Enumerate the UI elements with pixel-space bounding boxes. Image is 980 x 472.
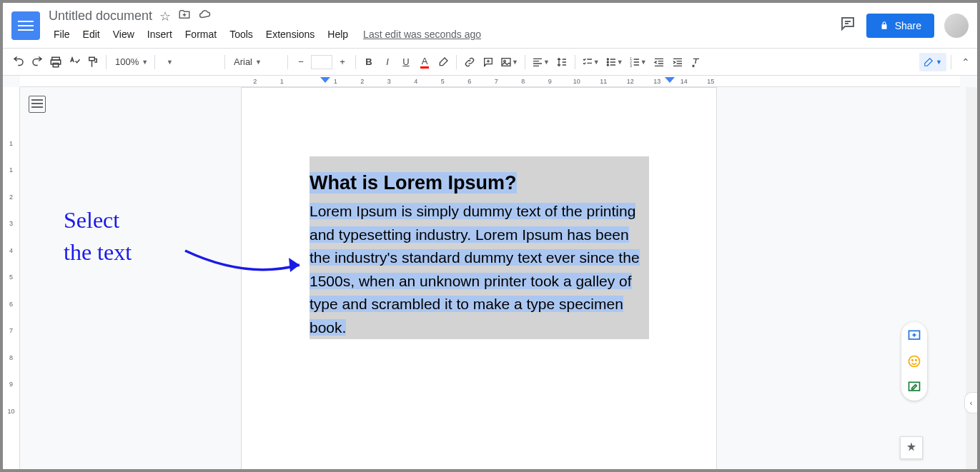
bold-button[interactable]: B	[360, 53, 377, 71]
user-avatar[interactable]	[944, 14, 969, 38]
zoom-select[interactable]: 100%▼	[111, 53, 150, 71]
style-select[interactable]: ▼	[159, 53, 220, 71]
menu-extensions[interactable]: Extensions	[261, 26, 320, 43]
menu-tools[interactable]: Tools	[224, 26, 258, 43]
increase-indent-button[interactable]	[669, 53, 686, 71]
menu-view[interactable]: View	[108, 26, 139, 43]
text-color-button[interactable]: A	[416, 53, 433, 71]
add-comment-float-icon[interactable]	[906, 328, 922, 343]
svg-point-6	[607, 61, 608, 63]
insert-image-button[interactable]: ▼	[498, 53, 520, 71]
highlight-button[interactable]	[435, 53, 452, 71]
annotation-arrow-icon	[182, 243, 310, 286]
font-size-decrease[interactable]: −	[292, 53, 310, 71]
share-label: Share	[895, 20, 921, 31]
svg-marker-11	[320, 77, 330, 83]
side-panel-toggle[interactable]: ‹	[964, 392, 977, 413]
star-icon[interactable]: ☆	[159, 9, 171, 24]
vertical-ruler[interactable]: 1 1 2 3 4 5 6 7 8 9 10	[3, 87, 20, 471]
comment-history-icon[interactable]	[839, 15, 856, 36]
line-spacing-button[interactable]	[553, 53, 570, 71]
workspace: 2 1 1 2 3 4 5 6 7 8 9 10 11 12 13 14 15 …	[3, 76, 977, 471]
svg-rect-3	[502, 58, 510, 66]
suggest-edits-icon[interactable]	[906, 379, 922, 395]
add-comment-button[interactable]	[480, 53, 497, 71]
annotation-text: Select the text	[64, 204, 132, 268]
svg-point-15	[909, 356, 920, 367]
last-edit-link[interactable]: Last edit was seconds ago	[363, 29, 481, 40]
paint-format-button[interactable]	[84, 53, 102, 71]
font-size-input[interactable]	[311, 55, 332, 69]
floating-tools	[901, 322, 927, 401]
align-button[interactable]: ▼	[530, 53, 552, 71]
document-heading[interactable]: What is Lorem Ipsum?	[310, 172, 517, 194]
svg-point-16	[912, 360, 914, 361]
menu-insert[interactable]: Insert	[142, 26, 177, 43]
menu-edit[interactable]: Edit	[78, 26, 105, 43]
move-icon[interactable]	[178, 8, 191, 24]
bullet-list-button[interactable]: ▼	[603, 53, 625, 71]
docs-logo[interactable]	[11, 11, 40, 40]
document-title[interactable]: Untitled document	[49, 9, 152, 24]
header-bar: Untitled document ☆ File Edit View Inser…	[3, 3, 977, 49]
decrease-indent-button[interactable]	[650, 53, 668, 71]
cloud-icon[interactable]	[198, 8, 211, 24]
hide-menus-button[interactable]: ⌃	[961, 56, 970, 68]
font-select[interactable]: Arial▼	[229, 53, 283, 71]
clear-formatting-button[interactable]	[688, 53, 705, 71]
svg-point-5	[607, 59, 608, 60]
undo-button[interactable]	[10, 53, 27, 71]
print-button[interactable]	[47, 53, 64, 71]
svg-point-4	[504, 60, 506, 62]
svg-point-17	[916, 360, 917, 361]
redo-button[interactable]	[29, 53, 46, 71]
outline-toggle-icon[interactable]	[29, 96, 46, 113]
editing-mode-button[interactable]: ▼	[919, 53, 946, 71]
svg-marker-13	[289, 258, 300, 272]
share-button[interactable]: Share	[866, 14, 934, 38]
font-size-increase[interactable]: +	[334, 53, 351, 71]
horizontal-ruler[interactable]: 2 1 1 2 3 4 5 6 7 8 9 10 11 12 13 14 15	[20, 76, 960, 87]
emoji-react-icon[interactable]	[906, 353, 922, 369]
menu-help[interactable]: Help	[322, 26, 353, 43]
indent-marker-icon[interactable]	[320, 77, 330, 86]
svg-text:3: 3	[630, 64, 632, 67]
menu-file[interactable]: File	[49, 26, 75, 43]
document-body[interactable]: Lorem Ipsum is simply dummy text of the …	[310, 203, 640, 336]
toolbar: 100%▼ ▼ Arial▼ − + B I U A ▼ ▼ ▼ ▼ 123▼ …	[3, 49, 977, 76]
checklist-button[interactable]: ▼	[580, 53, 602, 71]
selected-text-block[interactable]: What is Lorem Ipsum? Lorem Ipsum is simp…	[310, 156, 649, 339]
numbered-list-button[interactable]: 123▼	[627, 53, 649, 71]
document-page[interactable]: What is Lorem Ipsum? Lorem Ipsum is simp…	[241, 87, 717, 471]
spellcheck-button[interactable]	[66, 53, 83, 71]
menu-format[interactable]: Format	[180, 26, 222, 43]
underline-button[interactable]: U	[397, 53, 415, 71]
right-indent-marker-icon[interactable]	[665, 77, 675, 86]
italic-button[interactable]: I	[379, 53, 396, 71]
header-right: Share	[839, 14, 969, 38]
link-button[interactable]	[461, 53, 478, 71]
title-area: Untitled document ☆ File Edit View Inser…	[49, 8, 839, 43]
svg-marker-12	[665, 77, 675, 83]
svg-point-7	[607, 64, 608, 66]
explore-button[interactable]	[900, 436, 923, 459]
menu-bar: File Edit View Insert Format Tools Exten…	[49, 26, 839, 43]
lock-icon	[879, 21, 889, 31]
